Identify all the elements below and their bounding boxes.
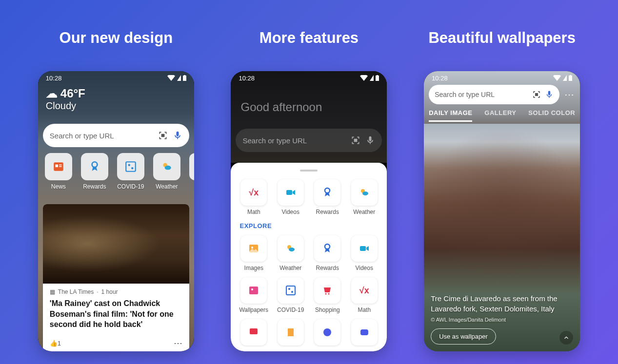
search-bar[interactable]: Search or type URL [236,129,382,152]
svg-point-22 [325,244,330,249]
svg-rect-31 [250,328,258,334]
news-reactions[interactable]: 👍1 [50,340,61,347]
tab-solid-color[interactable]: SOLID COLOR [528,109,575,122]
tab-gallery[interactable]: GALLERY [484,109,516,122]
wallpaper-tabs: DAILY IMAGE GALLERY SOLID COLOR [429,109,575,122]
search-bar[interactable]: Search or type URL [43,124,189,147]
features-sheet[interactable]: √xMath Videos Rewards Weather EXPLORE Im… [231,163,387,351]
tile-wallpapers[interactable]: Wallpapers [238,277,270,313]
wifi-icon [167,75,175,81]
svg-rect-5 [59,166,61,167]
panel-more-features: More features 10:28 Good afternoon Searc… [226,29,392,364]
signal-icon [177,75,181,81]
shopping-icon [321,285,333,296]
panel-title: More features [259,29,359,47]
svg-rect-34 [360,329,368,335]
search-bar[interactable]: Search or type URL [429,85,559,104]
tile-partial-4[interactable] [348,319,380,345]
wifi-icon [553,75,561,81]
svg-point-27 [288,288,290,290]
tile-rewards[interactable]: Rewards [79,153,110,190]
svg-point-6 [92,162,97,167]
tile-label: News [51,183,66,190]
partial-icon [248,326,259,338]
weather-icon [359,187,370,198]
status-bar: 10:28 [38,71,194,85]
videos-icon [285,187,297,198]
tab-daily-image[interactable]: DAILY IMAGE [429,109,472,122]
tile-partial-3[interactable] [311,319,343,345]
news-source-icon: ▦ [50,288,55,295]
tile-math[interactable]: √xMath [238,179,270,215]
greeting-text: Good afternoon [240,100,322,114]
microphone-icon[interactable] [173,131,182,140]
microphone-icon[interactable] [365,135,375,145]
tile-videos[interactable]: Videos [275,179,307,215]
battery-icon [183,75,186,81]
scan-icon[interactable] [532,90,541,99]
news-card[interactable]: ▦ The LA Times · 1 hour 'Ma Rainey' cast… [43,204,189,351]
scan-icon[interactable] [158,131,168,140]
wallpaper-credit: © AWL Images/Danita Delimont [431,317,573,323]
tile-partial[interactable]: S [187,153,194,190]
covid-icon [124,160,137,173]
svg-rect-12 [376,76,379,81]
rewards-icon [88,160,101,173]
tile-weather[interactable]: Weather [151,153,182,190]
search-placeholder: Search or type URL [435,91,528,98]
tile-news[interactable]: News [43,153,74,190]
svg-rect-14 [286,190,292,195]
status-icons [360,75,379,81]
tile-rewards2[interactable]: Rewards [311,235,343,271]
explore-heading: EXPLORE [239,222,378,230]
phone-mockup-3: 10:28 Search or type URL ⋯ DAILY IMAGE G… [424,71,580,351]
news-source: The LA Times [58,288,94,295]
tile-partial-2[interactable] [275,319,307,345]
more-icon[interactable]: ⋯ [174,338,182,348]
partial-icon [285,326,297,338]
wifi-icon [360,75,368,81]
tile-weather2[interactable]: Weather [275,235,307,271]
scan-icon[interactable] [351,135,360,145]
svg-point-30 [328,293,330,295]
tile-partial-1[interactable] [238,319,270,345]
microphone-icon[interactable] [545,90,554,99]
status-time: 10:28 [432,75,448,82]
tile-images[interactable]: Images [238,235,270,271]
wallpaper-preview[interactable]: Tre Cime di Lavaredo as seen from the La… [424,124,580,351]
tile-math2[interactable]: √xMath [348,277,380,313]
tile-covid2[interactable]: COVID-19 [275,277,307,313]
svg-point-8 [128,164,130,166]
chevron-up-icon[interactable] [559,331,573,345]
wallpapers-icon [248,285,259,296]
cloud-icon: ☁ [46,87,58,100]
svg-point-28 [291,291,293,293]
covid-icon [285,285,297,296]
status-time: 10:28 [46,75,62,82]
svg-rect-2 [54,162,63,171]
weather-widget[interactable]: ☁ 46°F Cloudy [46,87,85,112]
wallpaper-title: Tre Cime di Lavaredo as seen from the La… [431,293,573,314]
svg-point-11 [164,166,171,170]
tile-weather[interactable]: Weather [348,179,380,215]
svg-point-19 [251,247,253,249]
tile-shopping[interactable]: Shopping [311,277,343,313]
svg-point-29 [325,293,327,295]
svg-rect-23 [360,246,366,251]
use-as-wallpaper-button[interactable]: Use as wallpaper [431,328,496,345]
tile-rewards[interactable]: Rewards [311,179,343,215]
weather-icon [285,243,297,254]
tile-videos2[interactable]: Videos [348,235,380,271]
svg-point-17 [362,192,368,195]
partial-icon [359,326,370,338]
tile-covid[interactable]: COVID-19 [115,153,146,190]
sheet-handle[interactable] [300,170,318,172]
rewards-icon [321,243,333,254]
signal-icon [563,75,567,81]
more-icon[interactable]: ⋯ [564,89,575,100]
tile-label: Weather [156,183,178,190]
status-icons [167,75,186,81]
wallpaper-info: Tre Cime di Lavaredo as seen from the La… [431,293,573,345]
news-meta: ▦ The LA Times · 1 hour [50,288,182,295]
panel-wallpapers: Beautiful wallpapers 10:28 Search or typ… [419,29,585,364]
